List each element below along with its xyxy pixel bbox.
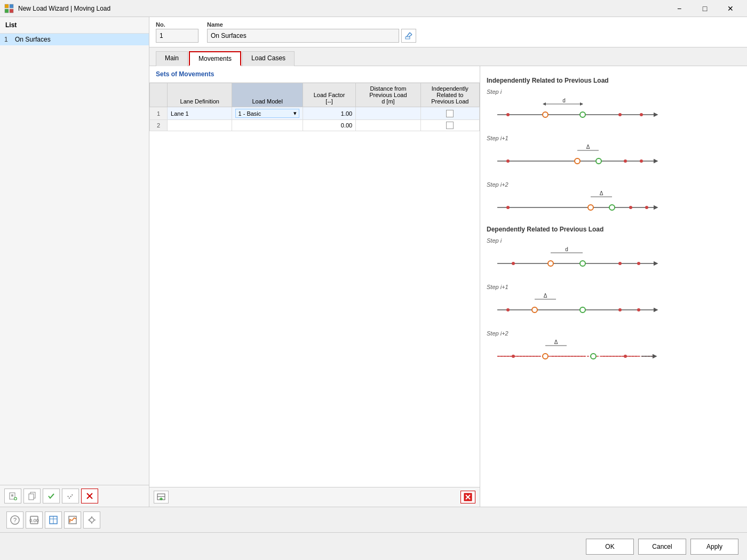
col-header-distance: Distance fromPrevious Loadd [m] xyxy=(356,83,420,107)
table-row[interactable]: 1 Lane 1 1 - Basic ▾ 1.00 xyxy=(150,107,480,120)
copy-item-button[interactable] xyxy=(23,489,41,503)
diagram-step-i-independent: Step i d xyxy=(487,86,741,127)
svg-point-28 xyxy=(543,112,548,117)
svg-point-64 xyxy=(637,308,640,311)
section-header: Sets of Movements xyxy=(149,66,480,83)
no-group: No. xyxy=(156,21,198,43)
sidebar-item-1[interactable]: 1 On Surfaces xyxy=(0,34,149,45)
cell-independent[interactable] xyxy=(420,107,479,120)
minimize-button[interactable]: − xyxy=(667,0,692,17)
top-form: No. Name xyxy=(149,17,747,47)
cell-independent[interactable] xyxy=(420,120,479,131)
settings-icon xyxy=(87,515,97,525)
svg-point-29 xyxy=(580,112,585,117)
svg-point-85 xyxy=(90,518,94,522)
cell-distance[interactable] xyxy=(356,120,420,131)
title-bar: New Load Wizard | Moving Load − □ ✕ xyxy=(0,0,747,17)
svg-point-56 xyxy=(637,262,640,265)
no-label: No. xyxy=(156,21,198,28)
sidebar-item-label: On Surfaces xyxy=(15,36,51,43)
cell-model[interactable] xyxy=(232,120,303,131)
delete-icon xyxy=(85,492,94,500)
svg-point-47 xyxy=(629,206,632,209)
svg-line-15 xyxy=(410,33,412,35)
svg-point-61 xyxy=(580,307,585,313)
table-container: Lane Definition Load Model Load Factor[-… xyxy=(149,83,480,487)
right-panel: No. Name xyxy=(149,17,747,507)
delete-row-button[interactable] xyxy=(460,491,475,503)
edit-name-button[interactable] xyxy=(401,29,416,43)
svg-point-63 xyxy=(618,308,622,311)
uncheck-button[interactable] xyxy=(62,489,79,503)
cell-model[interactable]: 1 - Basic ▾ xyxy=(232,107,303,120)
add-row-icon xyxy=(157,493,165,501)
close-button[interactable]: ✕ xyxy=(718,0,743,17)
delete-item-button[interactable] xyxy=(81,489,98,503)
edit-icon xyxy=(404,31,413,40)
cell-lane[interactable] xyxy=(168,120,232,131)
model-dropdown[interactable]: 1 - Basic ▾ xyxy=(235,109,299,118)
svg-point-45 xyxy=(609,205,615,210)
independent-checkbox[interactable] xyxy=(446,110,454,117)
tab-load-cases[interactable]: Load Cases xyxy=(242,51,295,66)
table-row[interactable]: 2 0.00 xyxy=(150,120,480,131)
add-row-button[interactable] xyxy=(154,491,169,503)
right-diagram: Independently Related to Previous Load S… xyxy=(480,66,747,507)
svg-point-52 xyxy=(548,261,553,266)
no-input[interactable] xyxy=(156,29,198,43)
check-icon xyxy=(47,492,55,500)
step-i-label: Step i xyxy=(487,89,741,95)
cancel-button[interactable]: Cancel xyxy=(638,539,686,555)
cell-factor[interactable]: 0.00 xyxy=(303,120,355,131)
step-i2-dependent-svg: Δ xyxy=(487,338,668,367)
tab-movements[interactable]: Movements xyxy=(189,51,241,66)
independent-checkbox[interactable] xyxy=(446,122,454,129)
tab-bar: Main Movements Load Cases xyxy=(149,47,747,66)
svg-point-76 xyxy=(624,355,627,358)
col-header-independent: IndependentlyRelated toPrevious Load xyxy=(420,83,479,107)
svg-point-31 xyxy=(618,113,622,116)
content-split: Sets of Movements xyxy=(149,66,747,507)
window-controls: − □ ✕ xyxy=(667,0,743,17)
footer: OK Cancel Apply xyxy=(0,532,747,560)
tool-btn-3[interactable] xyxy=(45,511,62,529)
sidebar-header: List xyxy=(0,17,149,34)
apply-button[interactable]: Apply xyxy=(690,539,738,555)
svg-point-53 xyxy=(580,261,585,266)
independently-title: Independently Related to Previous Load xyxy=(487,77,741,84)
main-container: List 1 On Surfaces xyxy=(0,17,747,560)
tool-btn-2[interactable]: 0.00 xyxy=(26,511,43,529)
tool-btn-4[interactable] xyxy=(64,511,81,529)
svg-point-60 xyxy=(532,307,537,313)
cell-factor[interactable]: 1.00 xyxy=(303,107,355,120)
maximize-button[interactable]: □ xyxy=(693,0,717,17)
step-i1-dependent-svg: Δ xyxy=(487,291,668,321)
tool-btn-1[interactable]: ? xyxy=(6,511,23,529)
checkbox-container xyxy=(424,110,476,117)
svg-point-37 xyxy=(596,158,601,164)
new-icon xyxy=(9,492,17,500)
check-button[interactable] xyxy=(43,489,60,503)
svg-text:?: ? xyxy=(13,517,17,523)
movements-table: Lane Definition Load Model Load Factor[-… xyxy=(149,83,480,131)
svg-rect-3 xyxy=(10,9,13,13)
col-header-lane: Lane Definition xyxy=(168,83,232,107)
tab-main[interactable]: Main xyxy=(156,51,188,66)
name-input[interactable] xyxy=(207,29,399,43)
dropdown-arrow-icon: ▾ xyxy=(293,110,297,117)
step-i1-independent-svg: Δ xyxy=(487,142,668,172)
new-item-button[interactable] xyxy=(4,489,21,503)
svg-line-17 xyxy=(409,35,412,37)
cell-lane[interactable]: Lane 1 xyxy=(168,107,232,120)
delete-row-icon xyxy=(464,493,472,501)
cell-distance[interactable] xyxy=(356,107,420,120)
table-bottom-toolbar xyxy=(149,487,480,507)
sidebar-empty xyxy=(0,45,149,485)
svg-rect-1 xyxy=(10,4,13,8)
toolbar-right xyxy=(460,491,475,503)
svg-point-71 xyxy=(591,354,596,359)
tool-btn-5[interactable] xyxy=(83,511,100,529)
app-icon xyxy=(4,3,15,14)
number-icon: 0.00 xyxy=(29,515,39,525)
ok-button[interactable]: OK xyxy=(586,539,634,555)
